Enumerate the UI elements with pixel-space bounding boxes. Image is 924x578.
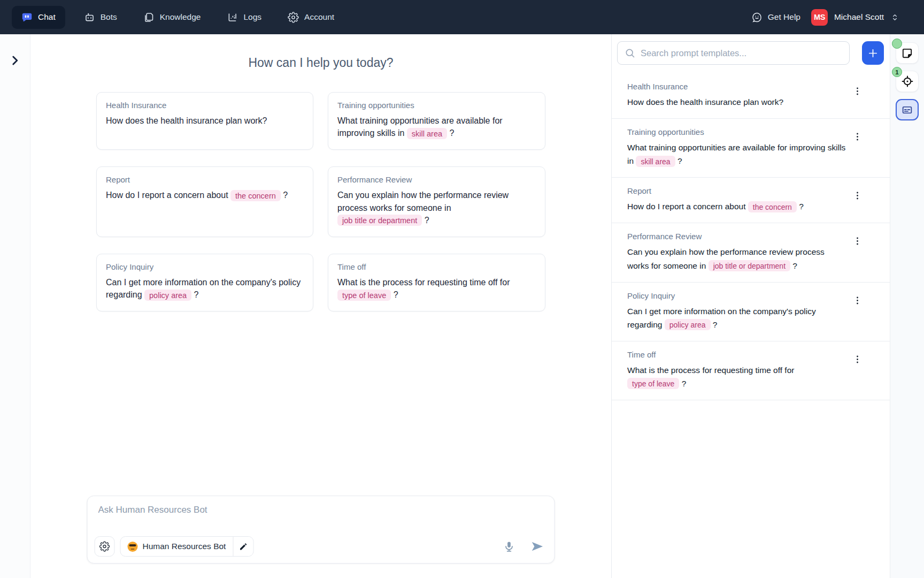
- kebab-menu-button[interactable]: [851, 235, 863, 249]
- placeholder-pill: policy area: [144, 290, 191, 301]
- template-list-item[interactable]: ReportHow do I report a concern about th…: [612, 178, 890, 223]
- get-help-button[interactable]: Get Help: [751, 12, 800, 23]
- prompt-text: Can I get more information on the compan…: [106, 278, 301, 299]
- prompt-card-title: Report: [106, 175, 304, 184]
- tab-bots[interactable]: Bots: [76, 6, 125, 29]
- prompt-text: ?: [790, 261, 797, 270]
- notes-tool-button[interactable]: [896, 42, 919, 64]
- template-item-text: What training opportunities are availabl…: [627, 141, 847, 168]
- composer-actions: [503, 539, 544, 553]
- template-list-item[interactable]: Health InsuranceHow does the health insu…: [612, 73, 890, 119]
- prompt-card-title: Time off: [337, 262, 536, 271]
- tab-chat[interactable]: Chat: [12, 6, 65, 29]
- prompt-card-title: Health Insurance: [106, 101, 304, 110]
- note-icon: [901, 47, 913, 59]
- send-button[interactable]: [530, 539, 544, 553]
- pencil-icon: [238, 542, 248, 551]
- template-item-title: Time off: [627, 350, 847, 359]
- gear-icon: [99, 541, 110, 552]
- prompt-text: Can I get more information on the compan…: [627, 307, 816, 329]
- template-item-title: Training opportunities: [627, 127, 847, 136]
- edit-bot-button[interactable]: [233, 537, 253, 556]
- kebab-menu-button[interactable]: [851, 189, 863, 203]
- gear-icon: [288, 12, 299, 23]
- prompt-card[interactable]: Training opportunitiesWhat training oppo…: [328, 92, 545, 150]
- tab-account[interactable]: Account: [280, 6, 342, 29]
- tab-logs[interactable]: Logs: [219, 6, 269, 29]
- template-item-title: Health Insurance: [627, 82, 847, 91]
- template-search-input[interactable]: [641, 48, 842, 58]
- placeholder-pill: job title or department: [709, 260, 790, 271]
- prompt-card-title: Performance Review: [337, 175, 536, 184]
- kebab-icon: [852, 189, 863, 202]
- prompt-cards-tool-button[interactable]: [896, 99, 919, 120]
- template-list-item[interactable]: Training opportunitiesWhat training oppo…: [612, 119, 890, 178]
- template-item-text: Can I get more information on the compan…: [627, 305, 847, 331]
- template-item-title: Policy Inquiry: [627, 291, 847, 300]
- message-input[interactable]: [98, 505, 544, 529]
- prompt-text: ?: [675, 156, 682, 165]
- prompt-text: How does the health insurance plan work?: [106, 116, 267, 125]
- pages-icon: [143, 12, 155, 23]
- composer-settings-button[interactable]: [95, 536, 115, 557]
- prompt-card-icon: [901, 104, 913, 116]
- greeting-heading: How can I help you today?: [248, 56, 393, 70]
- template-list-item[interactable]: Time offWhat is the process for requesti…: [612, 341, 890, 400]
- get-help-label: Get Help: [768, 12, 800, 22]
- chart-icon: [227, 12, 238, 23]
- message-composer: Human Resources Bot: [87, 496, 555, 564]
- avatar: MS: [811, 9, 828, 26]
- kebab-icon: [852, 235, 863, 247]
- target-tool-button[interactable]: 1: [896, 71, 919, 92]
- prompt-card-text: What training opportunities are availabl…: [337, 115, 536, 139]
- prompt-card[interactable]: Time offWhat is the process for requesti…: [328, 254, 545, 311]
- prompt-card[interactable]: Performance ReviewCan you explain how th…: [328, 166, 545, 237]
- tab-chat-label: Chat: [38, 12, 56, 22]
- tab-knowledge[interactable]: Knowledge: [136, 6, 209, 29]
- tab-knowledge-label: Knowledge: [160, 12, 201, 22]
- tab-logs-label: Logs: [243, 12, 261, 22]
- send-icon: [530, 539, 544, 553]
- template-search: [617, 41, 850, 65]
- prompt-templates-panel: Health InsuranceHow does the health insu…: [611, 34, 890, 578]
- bot-selector-chip[interactable]: Human Resources Bot: [120, 536, 254, 557]
- user-name: Michael Scott: [834, 12, 884, 22]
- prompt-card[interactable]: Policy InquiryCan I get more information…: [96, 254, 313, 311]
- template-list-item[interactable]: Performance ReviewCan you explain how th…: [612, 223, 890, 282]
- template-list-item[interactable]: Policy InquiryCan I get more information…: [612, 283, 890, 341]
- top-nav: Chat Bots Knowledge Logs: [0, 0, 924, 34]
- prompt-card[interactable]: Health InsuranceHow does the health insu…: [96, 92, 313, 150]
- template-item-text: How does the health insurance plan work?: [627, 95, 847, 109]
- template-item-title: Performance Review: [627, 232, 847, 241]
- kebab-menu-button[interactable]: [851, 294, 863, 308]
- chat-bubble-icon: [21, 12, 33, 23]
- prompt-text: What is the process for requesting time …: [627, 366, 794, 375]
- kebab-menu-button[interactable]: [851, 85, 863, 99]
- tab-account-label: Account: [304, 12, 334, 22]
- help-smiley-icon: [751, 12, 763, 23]
- kebab-icon: [852, 353, 863, 366]
- prompt-text: ?: [711, 320, 718, 329]
- prompt-text: How do I report a concern about: [106, 191, 230, 200]
- nav-right: Get Help MS Michael Scott: [751, 9, 899, 26]
- bot-emoji-icon: [128, 542, 138, 552]
- prompt-text: Can you explain how the performance revi…: [337, 191, 509, 212]
- kebab-menu-button[interactable]: [851, 131, 863, 144]
- prompt-text: ?: [191, 290, 198, 299]
- template-item-title: Report: [627, 186, 847, 195]
- chevron-right-icon: [8, 54, 22, 67]
- kebab-menu-button[interactable]: [851, 353, 863, 367]
- add-template-button[interactable]: [862, 41, 884, 65]
- bot-name: Human Resources Bot: [143, 542, 226, 551]
- prompt-text: ?: [447, 128, 454, 138]
- prompt-text: ?: [422, 216, 429, 225]
- template-list: Health InsuranceHow does the health insu…: [612, 73, 890, 400]
- expand-sidebar-button[interactable]: [8, 54, 22, 67]
- placeholder-pill: skill area: [407, 128, 447, 139]
- microphone-button[interactable]: [503, 541, 515, 553]
- prompt-card[interactable]: ReportHow do I report a concern about th…: [96, 166, 313, 237]
- unfold-chevrons-icon: [890, 13, 899, 22]
- prompt-text: How does the health insurance plan work?: [627, 97, 783, 107]
- kebab-icon: [852, 131, 863, 143]
- user-menu[interactable]: MS Michael Scott: [811, 9, 899, 26]
